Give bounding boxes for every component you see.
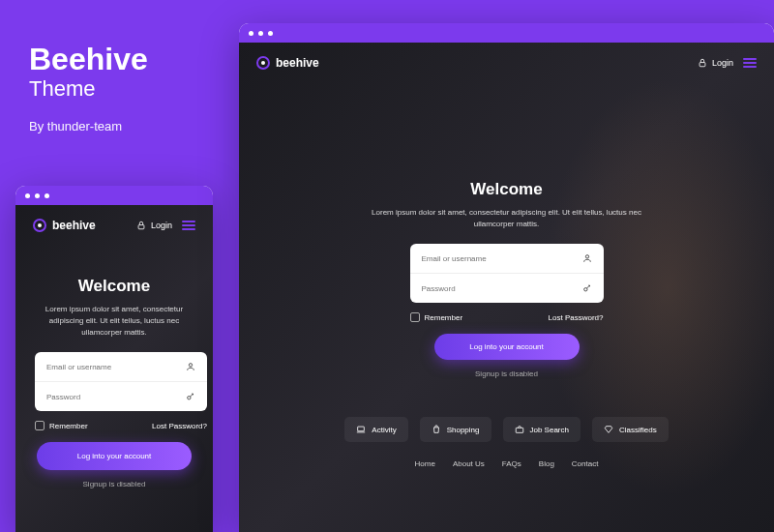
password-field[interactable] [46, 393, 186, 401]
menu-icon[interactable] [182, 221, 195, 230]
lost-password-link[interactable]: Lost Password? [152, 422, 207, 430]
password-field[interactable] [422, 284, 582, 293]
mobile-app: beehive Login Welcome Lorem ipsum dolor … [15, 205, 213, 532]
hero-title: Welcome [258, 180, 755, 199]
login-card [410, 244, 604, 303]
diamond-icon [604, 425, 613, 434]
form-options-row: Remember Lost Password? [35, 421, 207, 430]
hero-title: Welcome [35, 277, 194, 296]
brand-logo-icon [256, 56, 270, 70]
svg-point-5 [583, 288, 586, 291]
login-label: Login [712, 58, 733, 68]
category-label: Classifieds [619, 426, 657, 434]
password-field-row [410, 274, 604, 303]
key-icon [582, 283, 592, 293]
svg-rect-0 [138, 225, 144, 229]
email-field[interactable] [46, 363, 186, 371]
category-classifieds[interactable]: Classifieds [592, 417, 669, 442]
brand-name: beehive [52, 219, 96, 232]
bag-icon [432, 425, 441, 434]
hero: Welcome Lorem ipsum dolor sit amet, cons… [239, 180, 774, 378]
category-label: Job Search [530, 426, 569, 434]
login-submit-button[interactable]: Log into your account [37, 442, 192, 470]
promo-block: Beehive Theme By thunder-team [29, 44, 148, 133]
brand-logo[interactable]: beehive [256, 56, 319, 70]
remember-checkbox[interactable]: Remember [410, 312, 463, 322]
laptop-icon [356, 425, 366, 434]
footer-link-faqs[interactable]: FAQs [502, 459, 521, 468]
window-dot [258, 31, 263, 36]
lock-icon [698, 58, 707, 68]
login-link[interactable]: Login [136, 221, 172, 230]
window-dot [45, 193, 49, 198]
category-label: Activity [372, 426, 396, 434]
checkbox-box [35, 421, 45, 430]
footer-nav: Home About Us FAQs Blog Contact [239, 459, 774, 468]
footer-link-home[interactable]: Home [415, 459, 435, 468]
topbar: beehive Login [15, 205, 213, 246]
svg-rect-3 [700, 63, 705, 67]
promo-subtitle: Theme [29, 76, 148, 102]
category-label: Shopping [447, 426, 480, 434]
signup-disabled-note: Signup is disabled [35, 480, 194, 488]
footer-link-blog[interactable]: Blog [539, 459, 554, 468]
user-icon [186, 362, 195, 371]
hero: Welcome Lorem ipsum dolor sit amet, cons… [15, 277, 213, 488]
top-actions: Login [136, 221, 195, 230]
category-shopping[interactable]: Shopping [420, 417, 491, 442]
hero-description: Lorem ipsum dolor sit amet, consectetur … [35, 304, 194, 339]
svg-rect-6 [358, 427, 365, 431]
remember-checkbox[interactable]: Remember [35, 421, 88, 430]
svg-point-1 [189, 364, 192, 367]
password-field-row [35, 382, 207, 411]
signup-disabled-note: Signup is disabled [258, 369, 755, 378]
hero-description: Lorem ipsum dolor sit amet, consectetur … [372, 207, 642, 230]
login-card [35, 352, 207, 411]
window-dot [268, 31, 273, 36]
promo-title: Beehive [29, 44, 148, 74]
window-titlebar [239, 23, 774, 43]
brand-logo-icon [33, 219, 46, 232]
form-options-row: Remember Lost Password? [410, 312, 604, 322]
window-dot [249, 31, 253, 36]
lost-password-link[interactable]: Lost Password? [549, 313, 604, 322]
login-link[interactable]: Login [698, 58, 733, 68]
svg-point-2 [188, 397, 191, 399]
desktop-app: beehive Login Welcome Lorem ipsum dolor … [239, 43, 774, 532]
topbar: beehive Login [239, 43, 774, 83]
email-field-row [35, 352, 207, 382]
checkbox-box [410, 312, 420, 322]
remember-label: Remember [425, 313, 463, 322]
brand-logo[interactable]: beehive [33, 219, 96, 232]
promo-byline: By thunder-team [29, 119, 148, 133]
user-icon [582, 253, 592, 263]
brand-name: beehive [276, 56, 319, 70]
briefcase-icon [515, 425, 524, 434]
key-icon [186, 392, 195, 401]
email-field-row [410, 244, 604, 274]
category-row: Activity Shopping Job Search Classifieds [239, 417, 774, 442]
category-activity[interactable]: Activity [344, 417, 407, 442]
svg-point-4 [585, 255, 588, 258]
login-label: Login [151, 221, 172, 230]
footer-link-about[interactable]: About Us [453, 459, 485, 468]
login-submit-button[interactable]: Log into your account [434, 334, 580, 360]
remember-label: Remember [49, 422, 88, 430]
footer-link-contact[interactable]: Contact [572, 459, 599, 468]
svg-rect-7 [516, 428, 523, 432]
category-job-search[interactable]: Job Search [503, 417, 580, 442]
window-dot [35, 193, 40, 198]
email-field[interactable] [422, 254, 582, 263]
mobile-preview-frame: beehive Login Welcome Lorem ipsum dolor … [15, 186, 213, 532]
desktop-preview-frame: beehive Login Welcome Lorem ipsum dolor … [239, 23, 774, 532]
window-dot [25, 193, 30, 198]
top-actions: Login [698, 58, 757, 68]
window-titlebar [15, 186, 213, 205]
menu-icon[interactable] [743, 58, 757, 68]
lock-icon [136, 221, 146, 230]
